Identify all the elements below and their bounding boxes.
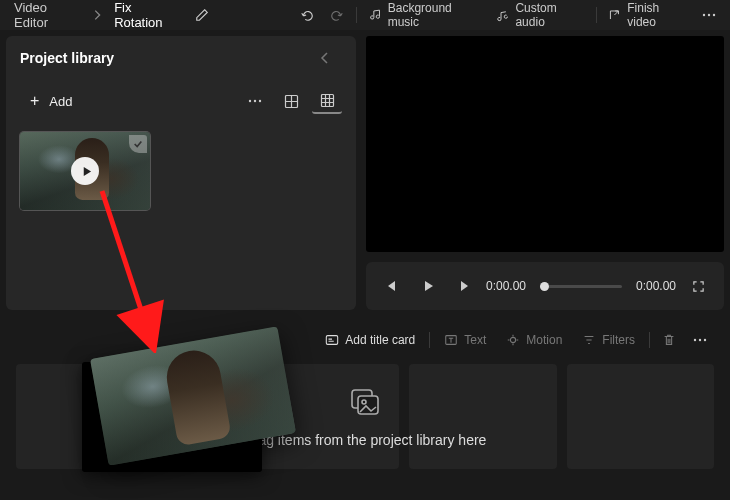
- svg-point-1: [708, 14, 710, 16]
- dragged-clip-ghost: [82, 350, 282, 470]
- background-music-button[interactable]: Background music: [361, 0, 487, 32]
- edit-icon[interactable]: [189, 2, 215, 28]
- redo-button[interactable]: [324, 2, 350, 28]
- project-library-panel: Project library + Add: [6, 36, 356, 310]
- finish-video-label: Finish video: [627, 1, 686, 29]
- storyboard-slot[interactable]: [567, 364, 714, 469]
- svg-rect-7: [321, 94, 333, 106]
- svg-point-5: [259, 100, 261, 102]
- svg-point-0: [703, 14, 705, 16]
- delete-button[interactable]: [656, 329, 682, 351]
- svg-point-2: [713, 14, 715, 16]
- next-frame-button[interactable]: [450, 272, 478, 300]
- total-time: 0:00.00: [636, 279, 676, 293]
- text-label: Text: [464, 333, 486, 347]
- transport-bar: 0:00.00 0:00.00: [366, 262, 724, 310]
- prev-frame-button[interactable]: [378, 272, 406, 300]
- plus-icon: +: [30, 92, 39, 110]
- view-grid-button[interactable]: [312, 88, 342, 114]
- custom-audio-label: Custom audio: [515, 1, 583, 29]
- storyboard-slot[interactable]: [409, 364, 556, 469]
- top-bar: Video Editor Fix Rotation Background mus…: [0, 0, 730, 30]
- play-button[interactable]: [414, 272, 442, 300]
- finish-video-button[interactable]: Finish video: [600, 0, 694, 32]
- svg-point-12: [699, 339, 701, 341]
- current-time: 0:00.00: [486, 279, 526, 293]
- more-icon[interactable]: [696, 2, 722, 28]
- library-title: Project library: [20, 50, 114, 66]
- svg-point-10: [511, 337, 516, 342]
- seek-bar[interactable]: [540, 285, 622, 288]
- breadcrumb-current[interactable]: Fix Rotation: [108, 0, 185, 34]
- add-title-card-button[interactable]: Add title card: [317, 329, 423, 351]
- selected-check-icon: [129, 135, 147, 153]
- timeline-more-button[interactable]: [686, 328, 714, 352]
- svg-rect-8: [327, 336, 338, 345]
- filters-button[interactable]: Filters: [574, 329, 643, 351]
- filters-label: Filters: [602, 333, 635, 347]
- play-overlay-icon: [71, 157, 99, 185]
- background-music-label: Background music: [388, 1, 479, 29]
- library-clip-thumbnail[interactable]: [20, 132, 150, 210]
- main-area: Project library + Add: [0, 30, 730, 310]
- motion-label: Motion: [526, 333, 562, 347]
- add-media-button[interactable]: + Add: [20, 88, 82, 114]
- view-large-button[interactable]: [276, 88, 306, 114]
- add-label: Add: [49, 94, 72, 109]
- custom-audio-button[interactable]: Custom audio: [489, 0, 592, 32]
- preview-screen[interactable]: [366, 36, 724, 252]
- preview-panel: 0:00.00 0:00.00: [366, 36, 724, 310]
- library-more-button[interactable]: [240, 88, 270, 114]
- svg-point-3: [249, 100, 251, 102]
- undo-button[interactable]: [293, 2, 319, 28]
- motion-button[interactable]: Motion: [498, 329, 570, 351]
- svg-point-4: [254, 100, 256, 102]
- svg-point-13: [704, 339, 706, 341]
- library-collapse-button[interactable]: [320, 51, 342, 65]
- text-button[interactable]: Text: [436, 329, 494, 351]
- breadcrumb-root[interactable]: Video Editor: [8, 0, 86, 34]
- svg-point-11: [694, 339, 696, 341]
- add-title-card-label: Add title card: [345, 333, 415, 347]
- chevron-right-icon: [90, 8, 104, 22]
- fullscreen-button[interactable]: [684, 272, 712, 300]
